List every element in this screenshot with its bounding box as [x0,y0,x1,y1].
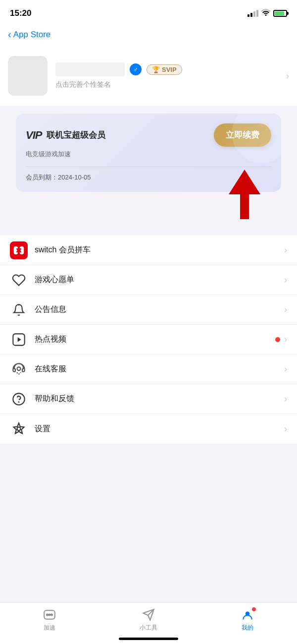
svg-point-16 [51,614,52,615]
svip-crown-icon: 🏆 [152,66,160,73]
mine-tab-icon [241,608,254,622]
switch-icon [10,241,28,259]
list-item[interactable]: 设置 › [0,414,297,444]
notice-label: 公告信息 [35,304,284,315]
list-item[interactable]: 游戏心愿单 › [0,265,297,295]
list-item[interactable]: 在线客服 › [0,354,297,384]
avatar [8,56,48,96]
vip-card-top: VIP 联机宝超级会员 立即续费 [26,123,271,147]
notice-chevron-icon: › [284,304,287,315]
back-button[interactable]: ‹ App Store [8,29,50,40]
svg-point-8 [17,367,21,370]
vip-title-row: VIP 联机宝超级会员 [26,129,105,142]
back-label: App Store [13,30,51,40]
bell-icon [10,301,28,319]
svip-label: SVIP [162,66,177,73]
tools-tab-icon [142,608,155,622]
vip-name: 联机宝超级会员 [47,129,105,141]
svg-point-15 [49,614,50,615]
settings-label: 设置 [35,424,284,434]
vip-subtitle: 电竞级游戏加速 [26,150,271,159]
profile-section: ♂ 🏆 SVIP 点击完善个性签名 › [0,46,297,106]
help-chevron-icon: › [284,394,287,404]
mine-tab-badge [251,607,256,612]
profile-info: ♂ 🏆 SVIP 点击完善个性签名 [55,62,278,89]
list-item[interactable]: 公告信息 › [0,295,297,325]
gender-icon: ♂ [133,66,138,73]
wishlist-chevron-icon: › [284,275,287,285]
service-chevron-icon: › [284,364,287,374]
switch-label: switch 会员拼车 [35,245,284,255]
svg-point-4 [21,249,23,251]
settings-icon [10,420,28,438]
accelerate-tab-icon [43,608,56,622]
vip-label: VIP [26,129,42,142]
service-label: 在线客服 [35,364,284,374]
vip-card-wrapper: VIP 联机宝超级会员 立即续费 电竞级游戏加速 会员到期：2024-10-05 [8,114,289,192]
video-red-dot [275,337,280,342]
switch-logo-icon [10,241,28,259]
profile-chevron-icon: › [286,71,289,81]
question-icon [10,390,28,408]
wifi-icon [261,9,270,18]
svg-point-14 [47,614,48,615]
video-label: 热点视频 [35,334,275,345]
battery-icon [273,10,287,17]
svg-marker-7 [18,337,21,342]
play-icon [10,331,28,349]
tools-tab-label: 小工具 [140,624,157,632]
settings-chevron-icon: › [284,424,287,434]
status-time: 15:20 [10,8,31,18]
signature-text[interactable]: 点击完善个性签名 [55,80,278,89]
headset-icon [10,360,28,378]
accelerate-tab-label: 加速 [44,624,55,632]
svg-point-3 [15,249,17,251]
svip-badge[interactable]: 🏆 SVIP [147,64,182,75]
svg-point-9 [13,393,24,405]
status-bar: 15:20 [0,0,297,25]
username-row: ♂ 🏆 SVIP [55,62,278,76]
svg-marker-11 [14,423,24,433]
help-label: 帮助和反馈 [35,394,284,404]
tab-accelerate[interactable]: 加速 [30,608,69,632]
list-item[interactable]: switch 会员拼车 › [0,235,297,265]
vip-expiry: 会员到期：2024-10-05 [26,167,271,182]
tab-mine[interactable]: 我的 [228,608,267,632]
vip-card: VIP 联机宝超级会员 立即续费 电竞级游戏加速 会员到期：2024-10-05 [16,114,281,192]
home-indicator [119,638,178,640]
wishlist-label: 游戏心愿单 [35,275,284,285]
gender-badge: ♂ [130,63,142,75]
svg-point-12 [17,427,21,431]
tab-tools[interactable]: 小工具 [129,608,168,632]
list-item[interactable]: 帮助和反馈 › [0,384,297,414]
switch-chevron-icon: › [284,245,287,255]
nav-bar: ‹ App Store [0,25,297,46]
mine-tab-label: 我的 [242,624,253,632]
back-chevron-icon: ‹ [8,29,11,40]
status-icons [248,9,287,18]
heart-icon [10,271,28,289]
video-chevron-icon: › [284,334,287,345]
signal-icon [248,10,258,17]
menu-section: switch 会员拼车 › 游戏心愿单 › 公告信息 › [0,235,297,444]
list-item[interactable]: 热点视频 › [0,325,297,354]
username-box [55,62,125,76]
renew-button[interactable]: 立即续费 [214,123,271,147]
